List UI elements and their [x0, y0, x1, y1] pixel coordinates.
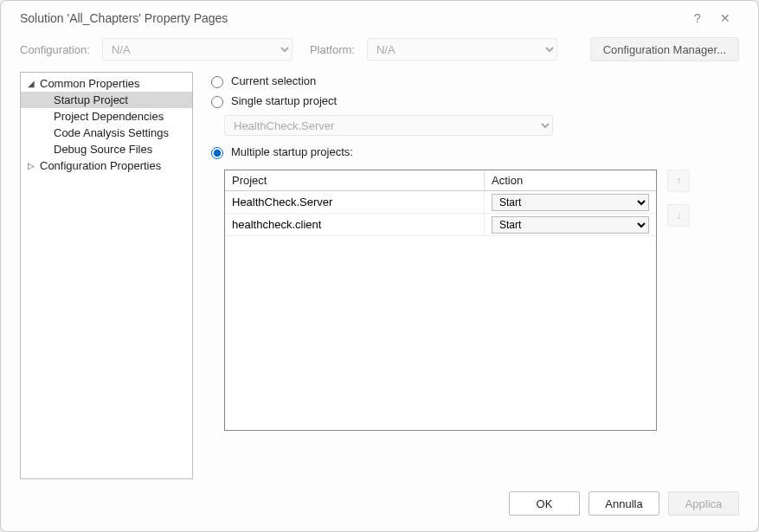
radio-multiple-startup[interactable]: Multiple startup projects:	[207, 144, 739, 159]
navigation-tree[interactable]: ◢ Common Properties Startup Project Proj…	[20, 72, 193, 479]
header-project: Project	[225, 170, 485, 190]
move-up-button[interactable]: ↑	[667, 170, 690, 192]
property-pages-dialog: Solution 'All_Chapters' Property Pages ?…	[0, 0, 759, 532]
titlebar: Solution 'All_Chapters' Property Pages ?…	[1, 1, 758, 34]
configuration-manager-button[interactable]: Configuration Manager...	[590, 37, 739, 61]
tree-label: Common Properties	[40, 77, 140, 90]
cell-project: HealthCheck.Server	[225, 191, 485, 213]
move-down-button[interactable]: ↓	[667, 204, 690, 227]
expand-icon: ◢	[28, 79, 38, 88]
dialog-body: ◢ Common Properties Startup Project Proj…	[1, 72, 758, 479]
close-icon[interactable]: ✕	[708, 11, 743, 25]
content-pane: Current selection Single startup project…	[207, 72, 739, 479]
tree-node-startup-project[interactable]: Startup Project	[21, 92, 192, 108]
tree-node-common-properties[interactable]: ◢ Common Properties	[21, 75, 192, 92]
tree-node-debug-source-files[interactable]: Debug Source Files	[21, 141, 192, 157]
radio-label: Multiple startup projects:	[231, 145, 353, 158]
radio-single-startup-input[interactable]	[211, 96, 223, 108]
action-dropdown[interactable]: Start	[492, 216, 649, 234]
cell-action: Start	[485, 191, 656, 213]
startup-table-wrap: Project Action HealthCheck.Server Start …	[224, 170, 739, 431]
table-row[interactable]: HealthCheck.Server Start	[225, 191, 656, 214]
window-title: Solution 'All_Chapters' Property Pages	[20, 11, 687, 25]
dialog-footer: OK Annulla Applica	[1, 479, 758, 531]
header-action: Action	[485, 170, 656, 190]
tree-node-configuration-properties[interactable]: ▷ Configuration Properties	[21, 157, 192, 174]
cell-project: healthcheck.client	[225, 214, 485, 235]
configuration-dropdown: N/A	[102, 38, 293, 61]
radio-current-selection-input[interactable]	[211, 76, 223, 88]
tree-node-code-analysis[interactable]: Code Analysis Settings	[21, 125, 192, 141]
apply-button[interactable]: Applica	[668, 491, 739, 516]
action-dropdown[interactable]: Start	[492, 194, 649, 211]
cancel-button[interactable]: Annulla	[589, 491, 659, 516]
tree-label: Code Analysis Settings	[54, 126, 169, 139]
configuration-label: Configuration:	[20, 43, 90, 56]
single-project-dropdown: HealthCheck.Server	[224, 115, 553, 136]
radio-multiple-startup-input[interactable]	[211, 147, 223, 159]
reorder-buttons: ↑ ↓	[667, 170, 690, 431]
startup-projects-grid[interactable]: Project Action HealthCheck.Server Start …	[224, 170, 657, 431]
ok-button[interactable]: OK	[509, 491, 580, 516]
configuration-row: Configuration: N/A Platform: N/A Configu…	[1, 34, 758, 72]
table-row[interactable]: healthcheck.client Start	[225, 214, 656, 236]
radio-label: Single startup project	[231, 94, 337, 107]
radio-single-startup[interactable]: Single startup project	[207, 93, 739, 108]
grid-header: Project Action	[225, 170, 656, 191]
cell-action: Start	[485, 214, 656, 235]
platform-dropdown: N/A	[367, 38, 557, 61]
radio-current-selection[interactable]: Current selection	[207, 74, 739, 88]
help-icon[interactable]: ?	[687, 11, 708, 25]
tree-label: Startup Project	[54, 93, 128, 106]
collapse-icon: ▷	[28, 161, 38, 170]
tree-label: Debug Source Files	[54, 143, 152, 156]
platform-label: Platform:	[310, 43, 355, 56]
tree-label: Project Dependencies	[54, 110, 164, 123]
radio-label: Current selection	[231, 74, 316, 87]
tree-label: Configuration Properties	[40, 159, 161, 172]
tree-node-project-dependencies[interactable]: Project Dependencies	[21, 108, 192, 125]
